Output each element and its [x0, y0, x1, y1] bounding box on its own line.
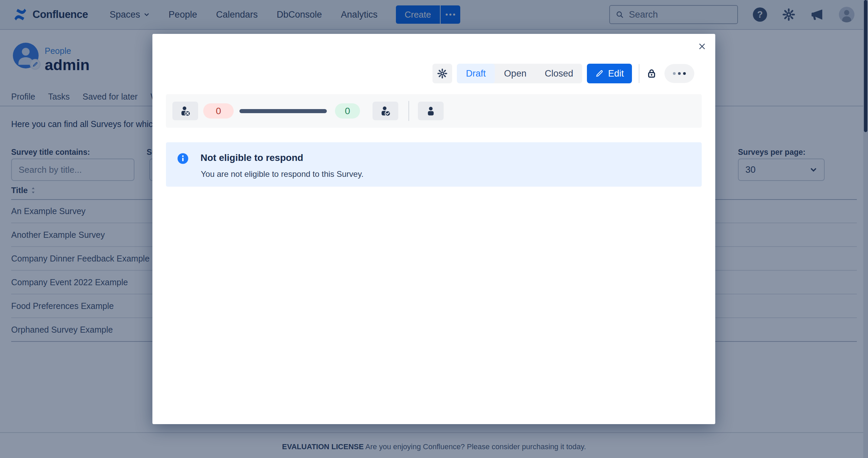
- survey-settings-button[interactable]: [432, 64, 452, 83]
- strip-divider: [408, 101, 409, 121]
- info-panel: Not eligible to respond You are not elig…: [166, 142, 702, 187]
- state-draft[interactable]: Draft: [457, 64, 495, 83]
- close-icon: [698, 42, 706, 50]
- state-closed[interactable]: Closed: [535, 64, 582, 83]
- declined-count-badge: 0: [203, 103, 234, 119]
- declined-users-button[interactable]: [172, 102, 198, 120]
- person-icon: [425, 105, 437, 117]
- ellipsis-icon: [673, 72, 676, 75]
- info-heading: Not eligible to respond: [200, 152, 303, 163]
- controls-divider: [639, 64, 639, 83]
- participation-strip: 0 0: [166, 94, 702, 128]
- completed-count-badge: 0: [335, 103, 360, 119]
- edit-button[interactable]: Edit: [587, 64, 632, 83]
- info-body: You are not eligible to respond to this …: [201, 169, 363, 179]
- state-segmented-control: Draft Open Closed: [457, 64, 583, 83]
- survey-controls: Draft Open Closed Edit: [432, 64, 694, 83]
- state-open[interactable]: Open: [495, 64, 535, 83]
- completed-users-button[interactable]: [373, 102, 398, 120]
- close-button[interactable]: [697, 41, 707, 51]
- more-actions-button[interactable]: [664, 64, 694, 83]
- info-icon: [177, 152, 189, 166]
- participants-button[interactable]: [418, 102, 444, 120]
- survey-modal: Another Example Survey Draft Open Closed…: [152, 34, 715, 424]
- gear-icon: [437, 68, 448, 79]
- lock-icon: [646, 68, 657, 79]
- person-x-icon: [179, 105, 191, 117]
- pencil-icon: [595, 69, 604, 78]
- person-check-icon: [379, 105, 391, 117]
- progress-bar: [239, 109, 327, 113]
